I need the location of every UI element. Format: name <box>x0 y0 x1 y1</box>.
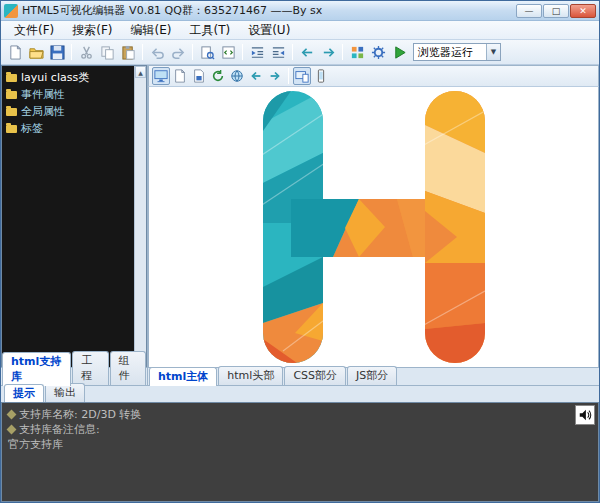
h-logo <box>263 91 485 363</box>
canvas-toolbar <box>148 65 599 87</box>
menu-file[interactable]: 文件(F) <box>5 21 63 40</box>
right-panel: html主体 html头部 CSS部分 JS部分 <box>148 65 599 385</box>
folder-icon <box>6 108 17 116</box>
window-title: HTML5可视化编辑器 V0.81 QQ群：635271467 ——By sx <box>22 3 516 18</box>
copy-icon[interactable] <box>97 42 117 62</box>
insert-right-icon[interactable] <box>318 42 338 62</box>
nav-back-icon[interactable] <box>247 67 265 85</box>
maximize-button[interactable]: □ <box>543 4 569 18</box>
run-icon[interactable] <box>389 42 409 62</box>
tab-project[interactable]: 工程 <box>72 351 108 385</box>
diamond-bullet-icon <box>7 425 17 435</box>
folder-icon <box>6 91 17 99</box>
refresh-icon[interactable] <box>209 67 227 85</box>
bottom-tabs: 提示 输出 <box>1 385 599 402</box>
design-canvas[interactable] <box>148 87 599 367</box>
editor-tabs: html主体 html头部 CSS部分 JS部分 <box>148 367 599 385</box>
folder-icon <box>6 74 17 82</box>
menu-bar: 文件(F) 搜索(F) 编辑(E) 工具(T) 设置(U) <box>1 21 599 40</box>
tree-item-label: 事件属性 <box>21 87 65 102</box>
diamond-bullet-icon <box>7 410 17 420</box>
minimize-button[interactable]: — <box>516 4 542 18</box>
menu-tools[interactable]: 工具(T) <box>180 21 239 40</box>
preview-page-icon[interactable] <box>197 42 217 62</box>
speaker-icon[interactable] <box>575 405 595 425</box>
components-icon[interactable] <box>347 42 367 62</box>
tab-components[interactable]: 组件 <box>110 351 146 385</box>
output-line: 支持库备注信息: <box>8 422 592 437</box>
menu-search[interactable]: 搜索(F) <box>63 21 121 40</box>
device-preview-icon[interactable] <box>293 67 311 85</box>
run-target-value: 浏览器运行 <box>414 45 486 60</box>
cut-icon[interactable] <box>76 42 96 62</box>
output-panel: 支持库名称: 2D/3D 转换 支持库备注信息: 官方支持库 <box>1 402 599 502</box>
output-line: 支持库名称: 2D/3D 转换 <box>8 407 592 422</box>
tab-html-head[interactable]: html头部 <box>218 366 283 385</box>
tab-css-part[interactable]: CSS部分 <box>284 366 346 385</box>
output-line-text: 官方支持库 <box>8 437 63 452</box>
tree-scrollbar[interactable]: ▲ ▼ <box>134 66 146 367</box>
tab-js-part[interactable]: JS部分 <box>347 366 397 385</box>
page-save-icon[interactable] <box>190 67 208 85</box>
indent-increase-icon[interactable] <box>268 42 288 62</box>
tree-item-label: 全局属性 <box>21 104 65 119</box>
tab-html-body[interactable]: html主体 <box>149 367 217 386</box>
folder-icon <box>6 125 17 133</box>
tab-html-support-lib[interactable]: html支持库 <box>2 352 71 386</box>
open-file-icon[interactable] <box>26 42 46 62</box>
support-library-tree: layui class类 事件属性 全局属性 标签 <box>2 66 134 367</box>
redo-icon[interactable] <box>168 42 188 62</box>
main-area: layui class类 事件属性 全局属性 标签 <box>1 65 599 385</box>
browser-globe-icon[interactable] <box>228 67 246 85</box>
scroll-up-icon[interactable]: ▲ <box>135 66 146 78</box>
main-toolbar: 浏览器运行 ▼ <box>1 40 599 65</box>
undo-icon[interactable] <box>147 42 167 62</box>
tree-item-label: layui class类 <box>21 70 89 85</box>
close-button[interactable]: ✕ <box>570 4 596 18</box>
title-bar: HTML5可视化编辑器 V0.81 QQ群：635271467 ——By sx … <box>1 1 599 21</box>
menu-edit[interactable]: 编辑(E) <box>122 21 181 40</box>
tree-item-label: 标签 <box>21 121 43 136</box>
save-icon[interactable] <box>47 42 67 62</box>
mobile-preview-icon[interactable] <box>312 67 330 85</box>
app-icon <box>4 4 18 18</box>
new-file-icon[interactable] <box>5 42 25 62</box>
left-panel: layui class类 事件属性 全局属性 标签 <box>1 65 148 385</box>
app-window: HTML5可视化编辑器 V0.81 QQ群：635271467 ——By sx … <box>0 0 600 503</box>
tab-hints[interactable]: 提示 <box>4 384 44 403</box>
output-line-text: 支持库名称: 2D/3D 转换 <box>19 407 141 422</box>
output-line-text: 支持库备注信息: <box>19 422 100 437</box>
tree-item-event-attrs[interactable]: 事件属性 <box>4 86 132 103</box>
menu-settings[interactable]: 设置(U) <box>239 21 299 40</box>
tree-item-layui-class[interactable]: layui class类 <box>4 69 132 86</box>
screen-icon[interactable] <box>152 67 170 85</box>
insert-left-icon[interactable] <box>297 42 317 62</box>
indent-decrease-icon[interactable] <box>247 42 267 62</box>
compile-icon[interactable] <box>368 42 388 62</box>
page-new-icon[interactable] <box>171 67 189 85</box>
output-line: 官方支持库 <box>8 437 592 452</box>
run-target-dropdown[interactable]: 浏览器运行 ▼ <box>413 43 501 61</box>
tree-item-global-attrs[interactable]: 全局属性 <box>4 103 132 120</box>
code-view-icon[interactable] <box>218 42 238 62</box>
paste-icon[interactable] <box>118 42 138 62</box>
nav-forward-icon[interactable] <box>266 67 284 85</box>
tree-item-tags[interactable]: 标签 <box>4 120 132 137</box>
dropdown-arrow-icon[interactable]: ▼ <box>486 44 500 60</box>
